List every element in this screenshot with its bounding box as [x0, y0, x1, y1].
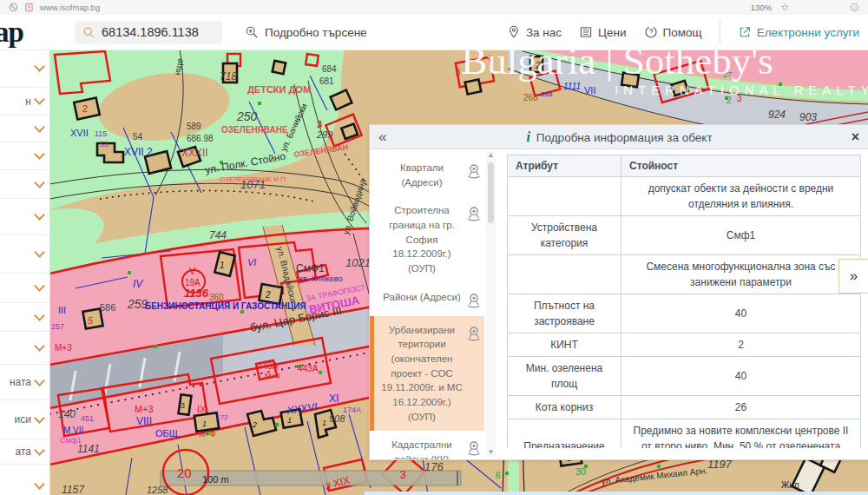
- sidebar-item[interactable]: [0, 332, 49, 365]
- table-row: Мин. озеленена площ40: [508, 357, 861, 396]
- map-label: III: [58, 305, 66, 315]
- value-cell: 40: [621, 294, 861, 333]
- layer-item[interactable]: Урбанизирани територии (окончателен прое…: [373, 316, 484, 432]
- expand-panel-button[interactable]: »: [838, 259, 868, 294]
- search-input[interactable]: 68134.1896.1138: [75, 21, 222, 44]
- layer-item[interactable]: Кадастрални райони (КК): [373, 431, 484, 459]
- nav-about[interactable]: За нас: [507, 25, 562, 39]
- map-label: 2: [252, 420, 257, 429]
- sidebar-item-label: ната: [10, 376, 31, 388]
- col-value: Стойност: [621, 155, 861, 177]
- nav-prices[interactable]: Цени: [579, 25, 627, 39]
- detailed-search-button[interactable]: Подробно търсене: [245, 25, 367, 39]
- sidebar-item[interactable]: [0, 465, 49, 495]
- value-cell: Смесена многофункционална зона със заниж…: [621, 255, 861, 294]
- map-label: 250: [236, 109, 258, 123]
- map-label: 681: [319, 76, 334, 86]
- map-pin-icon[interactable]: [465, 162, 483, 180]
- browser-zoom-level[interactable]: 130%: [751, 3, 772, 12]
- sidebar-item[interactable]: ната: [0, 365, 49, 400]
- sidebar-item[interactable]: [0, 274, 49, 303]
- map-label: 299: [316, 129, 332, 140]
- sidebar-item[interactable]: [0, 235, 49, 274]
- map-label: 2: [82, 103, 88, 114]
- chevron-down-icon: [34, 280, 45, 292]
- sidebar-item[interactable]: [0, 303, 49, 332]
- sidebar-item[interactable]: иси: [0, 400, 49, 439]
- map-label: 1021: [345, 256, 371, 269]
- sidebar-item-label: ата: [16, 446, 31, 458]
- map-label: 257: [51, 322, 64, 331]
- layers-column: Квартали (Адреси)Строителна граница на г…: [370, 148, 496, 459]
- map-label: V: [189, 266, 196, 276]
- sidebar-item[interactable]: [0, 199, 49, 235]
- map-label: 27: [723, 70, 732, 79]
- chevron-down-icon: [34, 445, 45, 456]
- sidebar-item[interactable]: [0, 116, 49, 142]
- map-pin-icon[interactable]: [465, 325, 483, 342]
- feedback-smiley-icon[interactable]: [850, 3, 859, 12]
- bookmark-star-icon[interactable]: ☆: [780, 2, 789, 13]
- attribute-cell: [508, 177, 621, 216]
- layer-item[interactable]: Строителна граница на гр. София 18.12.20…: [373, 196, 484, 282]
- blocked-icon: [9, 3, 18, 12]
- layers-scrollbar[interactable]: ▲ ▼: [486, 150, 496, 458]
- map-label: 686.98: [187, 134, 214, 143]
- chevron-down-icon: [34, 177, 45, 188]
- chevron-down-icon: [34, 148, 45, 160]
- sidebar-item-label: н: [25, 96, 31, 108]
- location-pin-icon: [507, 25, 521, 39]
- map-label: М+3: [135, 404, 154, 414]
- browser-url[interactable]: www.isofmap.bg: [40, 3, 100, 12]
- map-pin-icon[interactable]: [465, 205, 483, 222]
- chevron-down-icon: [34, 94, 45, 105]
- close-panel-button[interactable]: ×: [842, 129, 868, 145]
- map-label: БЕНЗИНОСТАНЦИЯ И ГАЗОСТАНЦИЯ: [145, 301, 306, 311]
- info-panel: « iПодробна информация за обект × Кварта…: [369, 124, 868, 460]
- map-bottom-edge: [365, 492, 868, 495]
- sidebar-item[interactable]: н: [0, 88, 49, 116]
- map-label: 3: [456, 68, 461, 77]
- sidebar-item[interactable]: [0, 170, 49, 199]
- map-label: 1157: [62, 484, 85, 495]
- map-label: VI: [247, 257, 256, 267]
- map-label: 172: [216, 413, 228, 421]
- map-pin-icon[interactable]: [465, 439, 483, 457]
- zoom-search-icon: [245, 25, 259, 39]
- map-label: ОБЩ.: [155, 428, 181, 439]
- sidebar-item[interactable]: [0, 142, 49, 170]
- map-label: 115: [95, 129, 107, 138]
- search-icon: [82, 26, 95, 39]
- map-label: М+4: [265, 372, 280, 380]
- nav-eservices[interactable]: Електронни услуги: [738, 25, 859, 39]
- map-pin-icon[interactable]: [465, 292, 483, 309]
- layer-item[interactable]: Райони (Адреси): [373, 283, 484, 316]
- map-label: 3: [737, 94, 742, 103]
- value-cell: 40: [621, 357, 861, 396]
- nav-divider: [720, 21, 720, 43]
- sidebar-item[interactable]: [0, 50, 49, 88]
- value-cell: Смф1: [621, 216, 861, 255]
- attribute-cell: Устройствена категория: [508, 216, 621, 255]
- info-panel-title: iПодробна информация за обект: [370, 129, 868, 145]
- map-label: 448А: [258, 361, 279, 371]
- map-label: IV: [133, 278, 143, 290]
- collapse-panel-button[interactable]: «: [370, 125, 395, 148]
- site-logo[interactable]: ap: [0, 16, 35, 49]
- map-label: СмФ1: [296, 262, 325, 274]
- map-label: 903: [799, 111, 817, 123]
- map-label: ОЗЕЛЕНЯВАНЕ: [221, 125, 288, 135]
- nav-help[interactable]: Помощ: [644, 25, 702, 39]
- sidebar-item[interactable]: ата: [0, 439, 49, 465]
- map-label: 1136: [184, 287, 209, 300]
- sidebar-item-label: иси: [15, 413, 31, 426]
- map-label: 1258: [147, 485, 168, 495]
- map-label: 259: [127, 297, 148, 311]
- map-label: 589: [187, 122, 201, 131]
- layer-item[interactable]: Квартали (Адреси): [373, 154, 484, 196]
- layer-item-label: Кадастрални райони (КК): [380, 438, 464, 459]
- map-label: 5: [88, 315, 94, 326]
- map-label: IX: [197, 404, 207, 414]
- chevron-down-icon: [34, 247, 45, 258]
- map-label: 3: [326, 481, 331, 492]
